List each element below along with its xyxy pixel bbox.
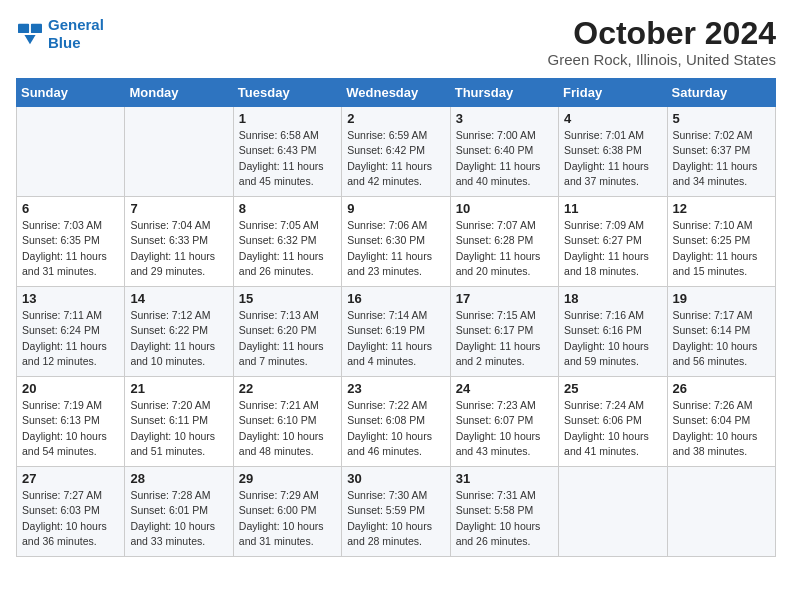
logo: General Blue [16,16,104,52]
calendar-cell [667,467,775,557]
day-header-thursday: Thursday [450,79,558,107]
calendar-cell: 19Sunrise: 7:17 AMSunset: 6:14 PMDayligh… [667,287,775,377]
day-number: 19 [673,291,770,306]
day-info: Sunrise: 7:23 AMSunset: 6:07 PMDaylight:… [456,398,553,459]
day-number: 6 [22,201,119,216]
day-number: 17 [456,291,553,306]
day-info: Sunrise: 7:09 AMSunset: 6:27 PMDaylight:… [564,218,661,279]
day-info: Sunrise: 7:06 AMSunset: 6:30 PMDaylight:… [347,218,444,279]
calendar-cell: 29Sunrise: 7:29 AMSunset: 6:00 PMDayligh… [233,467,341,557]
svg-marker-2 [24,35,35,44]
calendar-body: 1Sunrise: 6:58 AMSunset: 6:43 PMDaylight… [17,107,776,557]
calendar-cell: 13Sunrise: 7:11 AMSunset: 6:24 PMDayligh… [17,287,125,377]
calendar-table: SundayMondayTuesdayWednesdayThursdayFrid… [16,78,776,557]
calendar-cell: 20Sunrise: 7:19 AMSunset: 6:13 PMDayligh… [17,377,125,467]
day-number: 31 [456,471,553,486]
day-header-wednesday: Wednesday [342,79,450,107]
day-header-monday: Monday [125,79,233,107]
day-number: 21 [130,381,227,396]
day-info: Sunrise: 7:31 AMSunset: 5:58 PMDaylight:… [456,488,553,549]
day-info: Sunrise: 7:11 AMSunset: 6:24 PMDaylight:… [22,308,119,369]
day-number: 26 [673,381,770,396]
day-info: Sunrise: 7:10 AMSunset: 6:25 PMDaylight:… [673,218,770,279]
day-number: 27 [22,471,119,486]
day-info: Sunrise: 7:16 AMSunset: 6:16 PMDaylight:… [564,308,661,369]
day-number: 11 [564,201,661,216]
day-number: 23 [347,381,444,396]
day-number: 25 [564,381,661,396]
day-info: Sunrise: 7:29 AMSunset: 6:00 PMDaylight:… [239,488,336,549]
day-info: Sunrise: 7:00 AMSunset: 6:40 PMDaylight:… [456,128,553,189]
calendar-cell [559,467,667,557]
calendar-cell: 24Sunrise: 7:23 AMSunset: 6:07 PMDayligh… [450,377,558,467]
calendar-week-row: 13Sunrise: 7:11 AMSunset: 6:24 PMDayligh… [17,287,776,377]
day-header-tuesday: Tuesday [233,79,341,107]
day-info: Sunrise: 7:20 AMSunset: 6:11 PMDaylight:… [130,398,227,459]
page-header: General Blue October 2024 Green Rock, Il… [16,16,776,68]
day-header-friday: Friday [559,79,667,107]
day-number: 20 [22,381,119,396]
calendar-cell: 10Sunrise: 7:07 AMSunset: 6:28 PMDayligh… [450,197,558,287]
day-info: Sunrise: 7:03 AMSunset: 6:35 PMDaylight:… [22,218,119,279]
calendar-cell: 6Sunrise: 7:03 AMSunset: 6:35 PMDaylight… [17,197,125,287]
day-info: Sunrise: 6:59 AMSunset: 6:42 PMDaylight:… [347,128,444,189]
day-header-saturday: Saturday [667,79,775,107]
day-number: 4 [564,111,661,126]
day-info: Sunrise: 6:58 AMSunset: 6:43 PMDaylight:… [239,128,336,189]
svg-rect-0 [18,24,29,33]
calendar-cell: 27Sunrise: 7:27 AMSunset: 6:03 PMDayligh… [17,467,125,557]
calendar-cell [125,107,233,197]
day-number: 10 [456,201,553,216]
day-header-sunday: Sunday [17,79,125,107]
day-info: Sunrise: 7:12 AMSunset: 6:22 PMDaylight:… [130,308,227,369]
day-info: Sunrise: 7:13 AMSunset: 6:20 PMDaylight:… [239,308,336,369]
day-info: Sunrise: 7:02 AMSunset: 6:37 PMDaylight:… [673,128,770,189]
day-number: 8 [239,201,336,216]
day-info: Sunrise: 7:07 AMSunset: 6:28 PMDaylight:… [456,218,553,279]
day-number: 28 [130,471,227,486]
day-number: 18 [564,291,661,306]
day-number: 9 [347,201,444,216]
day-number: 13 [22,291,119,306]
day-info: Sunrise: 7:22 AMSunset: 6:08 PMDaylight:… [347,398,444,459]
day-info: Sunrise: 7:17 AMSunset: 6:14 PMDaylight:… [673,308,770,369]
logo-text: General Blue [48,16,104,52]
calendar-cell: 3Sunrise: 7:00 AMSunset: 6:40 PMDaylight… [450,107,558,197]
day-number: 16 [347,291,444,306]
calendar-cell: 7Sunrise: 7:04 AMSunset: 6:33 PMDaylight… [125,197,233,287]
calendar-cell: 26Sunrise: 7:26 AMSunset: 6:04 PMDayligh… [667,377,775,467]
logo-icon [16,22,44,46]
logo-general: General [48,16,104,33]
day-number: 24 [456,381,553,396]
day-info: Sunrise: 7:19 AMSunset: 6:13 PMDaylight:… [22,398,119,459]
calendar-cell: 22Sunrise: 7:21 AMSunset: 6:10 PMDayligh… [233,377,341,467]
day-info: Sunrise: 7:05 AMSunset: 6:32 PMDaylight:… [239,218,336,279]
calendar-cell: 16Sunrise: 7:14 AMSunset: 6:19 PMDayligh… [342,287,450,377]
logo-blue-word: Blue [48,34,81,51]
calendar-cell: 14Sunrise: 7:12 AMSunset: 6:22 PMDayligh… [125,287,233,377]
calendar-cell: 21Sunrise: 7:20 AMSunset: 6:11 PMDayligh… [125,377,233,467]
title-block: October 2024 Green Rock, Illinois, Unite… [548,16,776,68]
day-number: 30 [347,471,444,486]
day-info: Sunrise: 7:30 AMSunset: 5:59 PMDaylight:… [347,488,444,549]
calendar-cell: 28Sunrise: 7:28 AMSunset: 6:01 PMDayligh… [125,467,233,557]
day-number: 14 [130,291,227,306]
calendar-cell: 8Sunrise: 7:05 AMSunset: 6:32 PMDaylight… [233,197,341,287]
calendar-week-row: 20Sunrise: 7:19 AMSunset: 6:13 PMDayligh… [17,377,776,467]
day-info: Sunrise: 7:14 AMSunset: 6:19 PMDaylight:… [347,308,444,369]
calendar-cell: 5Sunrise: 7:02 AMSunset: 6:37 PMDaylight… [667,107,775,197]
calendar-cell: 17Sunrise: 7:15 AMSunset: 6:17 PMDayligh… [450,287,558,377]
calendar-week-row: 6Sunrise: 7:03 AMSunset: 6:35 PMDaylight… [17,197,776,287]
day-number: 29 [239,471,336,486]
day-number: 1 [239,111,336,126]
day-info: Sunrise: 7:28 AMSunset: 6:01 PMDaylight:… [130,488,227,549]
calendar-cell: 25Sunrise: 7:24 AMSunset: 6:06 PMDayligh… [559,377,667,467]
day-info: Sunrise: 7:04 AMSunset: 6:33 PMDaylight:… [130,218,227,279]
svg-rect-1 [31,24,42,33]
calendar-cell: 12Sunrise: 7:10 AMSunset: 6:25 PMDayligh… [667,197,775,287]
calendar-cell: 9Sunrise: 7:06 AMSunset: 6:30 PMDaylight… [342,197,450,287]
calendar-week-row: 1Sunrise: 6:58 AMSunset: 6:43 PMDaylight… [17,107,776,197]
month-title: October 2024 [548,16,776,51]
calendar-cell [17,107,125,197]
day-number: 15 [239,291,336,306]
